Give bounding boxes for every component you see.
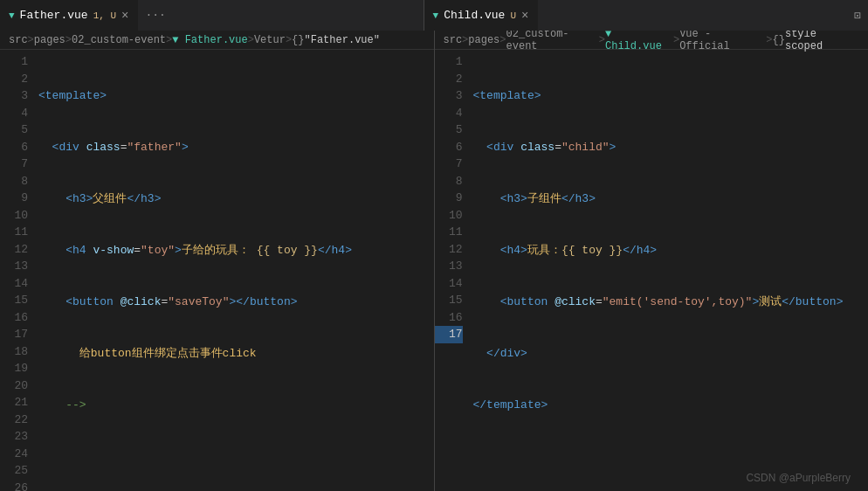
tab-child-close[interactable]: ×	[521, 9, 528, 23]
right-line-7: </template>	[473, 397, 869, 414]
tab-child-dirty: U	[510, 10, 516, 21]
tab-father-dirty: 1, U	[93, 10, 116, 21]
left-line-6: 给button组件绑定点击事件click	[38, 345, 434, 363]
watermark: CSDN @aPurpleBerry	[746, 472, 851, 484]
tab-father-close[interactable]: ×	[121, 9, 128, 23]
bc-braces: {}	[292, 34, 304, 46]
right-line-4: <h4>玩具：{{ toy }}</h4>	[473, 242, 869, 259]
left-tab-group: ▼ Father.vue 1, U × ···	[0, 0, 424, 31]
right-line-6: </div>	[473, 345, 869, 363]
right-editor-pane: src > pages > 02_custom-event > ▼ Child.…	[435, 31, 869, 491]
rbc-child-vue: ▼ Child.vue	[605, 31, 673, 52]
tab-father-vue[interactable]: ▼ Father.vue 1, U ×	[0, 0, 138, 31]
right-line-1: <template>	[473, 87, 869, 105]
rbc-src: src	[444, 34, 463, 46]
rbc-vueofficial: Vue - Official	[679, 31, 766, 52]
right-line-8	[473, 448, 869, 466]
tab-actions-right[interactable]: ⊡	[847, 0, 868, 31]
right-breadcrumb: src > pages > 02_custom-event > ▼ Child.…	[435, 31, 869, 50]
tab-more-left[interactable]: ···	[138, 0, 172, 31]
right-line-5: <button @click="emit('send-toy',toy)">测试…	[473, 294, 869, 311]
right-line-numbers: 12345 678910 1112131415 1617	[435, 50, 470, 491]
left-code-content[interactable]: <template> <div class="father"> <h3>父组件<…	[35, 50, 434, 491]
tab-bar: ▼ Father.vue 1, U × ··· ▼ Child.vue U × …	[0, 0, 868, 31]
left-line-1: <template>	[38, 87, 434, 105]
bc-pages: pages	[34, 34, 65, 46]
left-line-7: -->	[38, 397, 434, 414]
right-code-content[interactable]: <template> <div class="child"> <h3>子组件</…	[470, 50, 869, 491]
left-line-numbers: 12345 678910 1112131415 1617181920 21222…	[0, 50, 35, 491]
tab-father-label: Father.vue	[20, 9, 88, 22]
rbc-style-label: style scoped	[785, 31, 859, 52]
bc-custom: 02_custom-event	[72, 34, 166, 46]
left-breadcrumb: src > pages > 02_custom-event > ▼ Father…	[0, 31, 434, 50]
bc-father-label: "Father.vue"	[305, 34, 380, 46]
tab-child-label: Child.vue	[444, 9, 505, 22]
tab-child-vue[interactable]: ▼ Child.vue U ×	[424, 0, 539, 31]
left-line-8	[38, 448, 434, 466]
rbc-pages: pages	[468, 34, 499, 46]
left-editor-pane: src > pages > 02_custom-event > ▼ Father…	[0, 31, 435, 491]
rbc-custom: 02_custom-event	[506, 31, 599, 52]
bc-src: src	[9, 34, 28, 46]
right-code-area[interactable]: 12345 678910 1112131415 1617 <template> …	[435, 50, 869, 491]
left-line-5: <button @click="saveToy"></button>	[38, 294, 434, 311]
left-line-3: <h3>父组件</h3>	[38, 190, 434, 208]
vue-icon-right: ▼	[433, 10, 439, 21]
left-line-2: <div class="father">	[38, 139, 434, 156]
bc-father-vue: ▼ Father.vue	[172, 34, 247, 46]
right-tab-group: ▼ Child.vue U ×	[424, 0, 848, 31]
right-line-3: <h3>子组件</h3>	[473, 190, 869, 208]
left-line-4: <h4 v-show="toy">子给的玩具： {{ toy }}</h4>	[38, 242, 434, 259]
rbc-braces: {}	[773, 34, 785, 46]
right-line-2: <div class="child">	[473, 139, 869, 156]
left-code-area[interactable]: 12345 678910 1112131415 1617181920 21222…	[0, 50, 434, 491]
vue-icon-left: ▼	[9, 10, 15, 21]
editors-container: src > pages > 02_custom-event > ▼ Father…	[0, 31, 868, 491]
bc-vetur: Vetur	[254, 34, 286, 46]
